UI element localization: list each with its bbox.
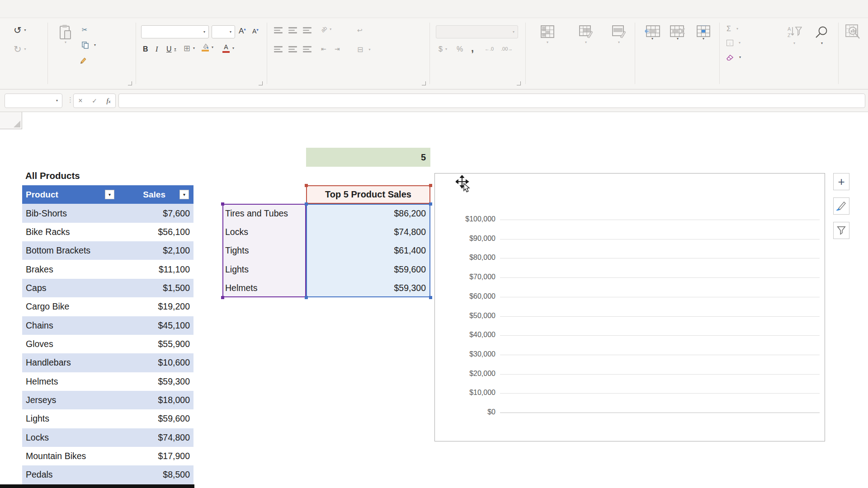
table-row-sales[interactable]: $1,500 [119, 279, 193, 297]
decrease-indent-button[interactable]: ⇤ [321, 45, 326, 52]
cancel-icon[interactable]: × [78, 97, 82, 105]
percent-style-button[interactable]: % [457, 45, 463, 53]
increase-font-button[interactable]: A▴ [239, 27, 246, 36]
range-corner-handle [429, 184, 432, 187]
align-center-button[interactable] [288, 46, 297, 52]
italic-button[interactable]: I [156, 45, 158, 53]
table-row-product[interactable]: Handlebars [22, 353, 119, 372]
clipboard-dialog-launcher[interactable] [128, 81, 132, 85]
paste-button[interactable]: ▾ [52, 24, 79, 44]
table-row-product[interactable]: Helmets [22, 372, 119, 391]
delete-cells-button[interactable]: ▾ [665, 25, 690, 41]
table-row-product[interactable]: Pedals [22, 465, 119, 484]
undo-button[interactable]: ↺▾ [14, 25, 26, 35]
table-row-product[interactable]: Lights [22, 409, 119, 428]
table-row-product[interactable]: Jerseys [22, 391, 119, 409]
align-middle-button[interactable] [288, 27, 297, 33]
table-row-sales[interactable]: $56,100 [119, 223, 193, 241]
wrap-text-button[interactable]: ↩ [357, 27, 365, 33]
underline-button[interactable]: U▾ [166, 45, 176, 53]
table-row-sales[interactable]: $2,100 [119, 241, 193, 260]
table-row-product[interactable]: Locks [22, 428, 119, 447]
cell-styles-button[interactable]: ▾ [605, 25, 633, 46]
format-cells-button[interactable]: ▾ [691, 25, 716, 41]
fill-color-button[interactable]: ▾ [202, 43, 213, 52]
table-row-product[interactable]: Caps [22, 279, 119, 297]
align-right-button[interactable] [303, 46, 311, 52]
table-row-sales[interactable]: $59,600 [119, 409, 193, 428]
number-dialog-launcher[interactable] [517, 81, 521, 85]
font-name-combo[interactable]: ▾ [141, 25, 209, 38]
table-row-sales[interactable]: $7,600 [119, 204, 193, 222]
borders-button[interactable]: ⊞▾ [184, 44, 195, 52]
orientation-button[interactable]: ab▾ [321, 26, 331, 33]
table-row-sales[interactable]: $10,600 [119, 353, 193, 372]
cut-button[interactable]: ✂ [82, 26, 90, 33]
align-top-button[interactable] [274, 27, 283, 33]
format-painter-button[interactable] [80, 57, 90, 64]
table-row-product[interactable]: Bib-Shorts [22, 204, 119, 222]
redo-button[interactable]: ↻▾ [14, 44, 26, 54]
chart-gridline [500, 277, 820, 278]
product-filter-button[interactable]: ▾ [105, 190, 114, 199]
font-size-combo[interactable]: ▾ [212, 25, 235, 38]
copy-button[interactable]: ▾ [82, 42, 96, 49]
clear-button[interactable]: ▾ [726, 54, 741, 61]
table-row-product[interactable]: Bike Racks [22, 223, 119, 241]
increase-decimal-button[interactable]: ←.0 [485, 46, 494, 52]
find-select-label-2: ▾ [821, 39, 823, 47]
font-dialog-launcher[interactable] [259, 81, 263, 85]
comma-style-button[interactable]: , [471, 42, 474, 54]
table-row-product[interactable]: Mountain Bikes [22, 447, 119, 465]
sort-filter-button[interactable]: AZ ▾ [782, 25, 807, 47]
chart-styles-button[interactable] [833, 197, 849, 215]
chevron-down-icon: ▾ [203, 30, 205, 34]
fx-icon[interactable]: fx [107, 97, 111, 105]
increase-indent-button[interactable]: ⇥ [335, 45, 340, 52]
conditional-formatting-button[interactable]: ▾ [528, 25, 567, 46]
table-row-sales[interactable]: $18,000 [119, 391, 193, 409]
drag-dots-icon[interactable]: ⋮ [67, 96, 74, 104]
analyze-data-button[interactable] [840, 24, 866, 40]
sales-filter-button[interactable]: ▾ [179, 190, 189, 199]
table-row-product[interactable]: Cargo Bike [22, 297, 119, 316]
bold-button[interactable]: B [143, 45, 148, 53]
decrease-decimal-button[interactable]: .00→ [501, 46, 513, 52]
table-row-product[interactable]: Gloves [22, 335, 119, 353]
format-as-table-button[interactable]: ▾ [569, 25, 603, 46]
top5-names-range[interactable]: Tires and TubesLocksTightsLightsHelmets [222, 204, 306, 297]
table-row-product[interactable]: Chains [22, 316, 119, 335]
insert-cells-button[interactable]: ▾ [640, 25, 665, 41]
find-select-button[interactable]: ▾ [809, 25, 835, 47]
fill-button[interactable]: ↓▾ [726, 40, 741, 46]
chart-elements-button[interactable]: + [833, 173, 849, 190]
decrease-font-button[interactable]: A▾ [252, 28, 259, 35]
name-box[interactable]: ▾ [5, 94, 62, 108]
chart[interactable]: $100,000$90,000$80,000$70,000$60,000$50,… [434, 173, 825, 441]
table-row-sales[interactable]: $8,500 [119, 465, 193, 484]
top5-header-cell[interactable]: Top 5 Product Sales [306, 185, 430, 204]
font-color-button[interactable]: A ▾ [222, 43, 234, 53]
align-left-button[interactable] [274, 46, 283, 52]
align-bottom-button[interactable] [303, 27, 311, 33]
table-row-sales[interactable]: $74,800 [119, 428, 193, 447]
alignment-dialog-launcher[interactable] [422, 81, 426, 85]
number-format-combo[interactable]: ▾ [436, 25, 518, 38]
select-all-corner[interactable] [0, 112, 22, 129]
table-row-sales[interactable]: $55,900 [119, 335, 193, 353]
table-row-sales[interactable]: $19,200 [119, 297, 193, 316]
accounting-format-button[interactable]: $▾ [439, 45, 447, 53]
top5-values-range[interactable]: $86,200$74,800$61,400$59,600$59,300 [306, 204, 430, 297]
table-row-sales[interactable]: $11,100 [119, 260, 193, 278]
table-row-sales[interactable]: $45,100 [119, 316, 193, 335]
table-row-sales[interactable]: $59,300 [119, 372, 193, 391]
merge-center-button[interactable]: ⊟▾ [357, 46, 370, 53]
table-row-product[interactable]: Brakes [22, 260, 119, 278]
autosum-button[interactable]: Σ▾ [726, 25, 738, 33]
chart-filters-button[interactable] [833, 222, 849, 239]
top-n-input-cell[interactable]: 5 [306, 148, 430, 166]
enter-icon[interactable]: ✓ [92, 97, 97, 104]
formula-input[interactable] [118, 94, 865, 108]
table-row-product[interactable]: Bottom Brackets [22, 241, 119, 260]
table-row-sales[interactable]: $17,900 [119, 447, 193, 465]
